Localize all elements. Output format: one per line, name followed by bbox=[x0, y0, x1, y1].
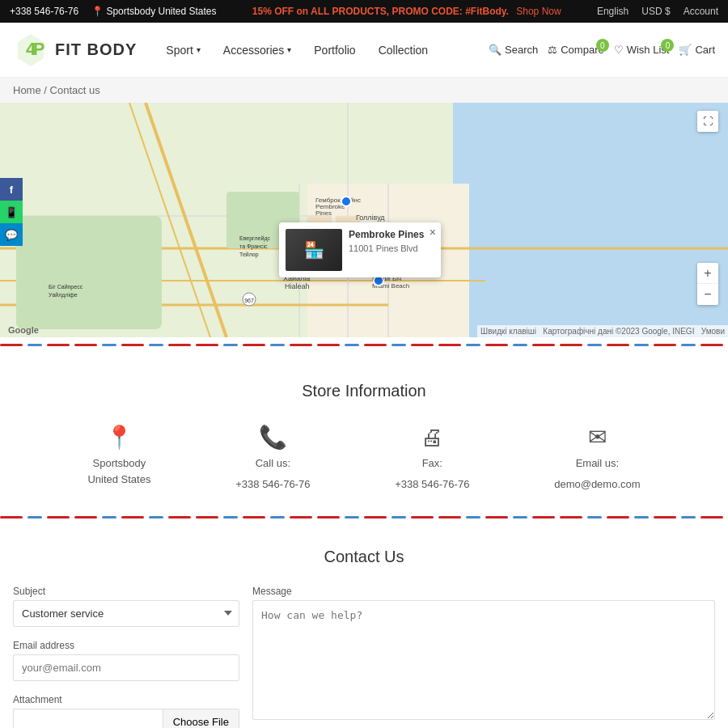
social-sidebar: f 📱 💬 bbox=[0, 178, 23, 246]
wishlist-badge: 0 bbox=[661, 39, 674, 52]
popup-address: 11001 Pines Blvd bbox=[349, 243, 424, 253]
nav-accessories[interactable]: Accessories ▾ bbox=[214, 37, 301, 63]
store-email-label: Email us: bbox=[576, 455, 619, 472]
contact-form-right: Message Send bbox=[252, 586, 715, 729]
expand-icon: ⛶ bbox=[703, 116, 713, 127]
store-phone-value: +338 546-76-76 bbox=[235, 478, 310, 490]
phone-number: +338 546-76-76 bbox=[10, 6, 78, 17]
cart-icon: 🛒 bbox=[679, 44, 692, 56]
search-icon: 🔍 bbox=[489, 44, 502, 56]
store-fax-value: +338 546-76-76 bbox=[395, 478, 469, 490]
email-input[interactable] bbox=[13, 654, 239, 681]
store-card-phone: 📞 Call us: +338 546-76-76 bbox=[235, 426, 310, 490]
store-info-section: Store Information 📍 Sportsbody United St… bbox=[0, 353, 728, 510]
whatsapp-button[interactable]: 📱 bbox=[0, 201, 23, 223]
svg-text:Тейлор: Тейлор bbox=[239, 252, 259, 258]
whatsapp-icon: 📱 bbox=[5, 206, 18, 218]
map-popup: × 🏪 Pembroke Pines 11001 Pines Blvd bbox=[279, 222, 441, 277]
location: 📍 Sportsbody United States bbox=[91, 6, 216, 17]
account-link[interactable]: Account bbox=[684, 6, 718, 17]
map-popup-close[interactable]: × bbox=[430, 226, 436, 239]
svg-text:Еверглейдс: Еверглейдс bbox=[239, 235, 270, 242]
search-button[interactable]: 🔍 Search bbox=[489, 44, 538, 56]
shop-now-link[interactable]: Shop Now bbox=[516, 6, 561, 17]
svg-rect-17 bbox=[16, 216, 162, 329]
top-bar-left: +338 546-76-76 📍 Sportsbody United State… bbox=[10, 6, 217, 17]
store-info-cards: 📍 Sportsbody United States 📞 Call us: +3… bbox=[13, 426, 715, 490]
map-attribution: Швидкі клавіші Картографічні дані ©2023 … bbox=[477, 325, 728, 337]
phone-chat-button[interactable]: 💬 bbox=[0, 223, 23, 246]
subject-group: Subject Customer service Order inquiry T… bbox=[13, 586, 239, 627]
map-popup-info: Pembroke Pines 11001 Pines Blvd bbox=[349, 229, 424, 253]
contact-us-section: Contact Us Subject Customer service Orde… bbox=[0, 525, 728, 729]
store-info-title: Store Information bbox=[13, 382, 715, 400]
logo-icon: 4 P bbox=[13, 32, 49, 68]
subject-select[interactable]: Customer service Order inquiry Technical… bbox=[13, 600, 239, 627]
subject-label: Subject bbox=[13, 586, 239, 597]
svg-text:та Франсіс: та Франсіс bbox=[239, 243, 268, 250]
logo[interactable]: 4 P FIT BODY bbox=[13, 32, 137, 68]
chevron-down-icon: ▾ bbox=[197, 45, 201, 54]
svg-text:Hialeah: Hialeah bbox=[285, 282, 310, 290]
main-nav: Sport ▾ Accessories ▾ Portfolio Collecti… bbox=[156, 37, 489, 63]
compare-icon: ⚖ bbox=[548, 44, 557, 56]
breadcrumb-current: Contact us bbox=[50, 84, 100, 96]
heart-icon: ♡ bbox=[614, 44, 624, 56]
compare-badge: 0 bbox=[596, 39, 609, 52]
phone-icon: 📞 bbox=[259, 426, 287, 449]
svg-point-45 bbox=[341, 197, 351, 206]
popup-title: Pembroke Pines bbox=[349, 229, 424, 240]
choose-file-button[interactable]: Choose File bbox=[163, 709, 239, 729]
fax-icon: 🖨 bbox=[421, 426, 443, 449]
file-input-group: Choose File bbox=[13, 709, 239, 729]
store-image-icon: 🏪 bbox=[304, 240, 324, 260]
currency-selector[interactable]: USD $ bbox=[641, 6, 670, 17]
svg-text:Google: Google bbox=[8, 325, 39, 335]
store-location-name: Sportsbody United States bbox=[87, 455, 150, 487]
svg-text:Біг Сайпресс: Біг Сайпресс bbox=[49, 284, 83, 290]
header: 4 P FIT BODY Sport ▾ Accessories ▾ Portf… bbox=[0, 23, 728, 78]
zoom-out-button[interactable]: − bbox=[697, 284, 718, 305]
svg-text:Pines: Pines bbox=[315, 210, 332, 217]
logo-text: FIT BODY bbox=[55, 40, 137, 59]
nav-collection[interactable]: Collection bbox=[369, 37, 438, 63]
store-call-label: Call us: bbox=[256, 455, 290, 472]
chevron-down-icon: ▾ bbox=[287, 45, 291, 54]
store-card-location: 📍 Sportsbody United States bbox=[87, 426, 150, 487]
top-bar-promo: 15% OFF on ALL PRODUCTS, PROMO CODE: #Fi… bbox=[252, 6, 561, 17]
message-label: Message bbox=[252, 586, 715, 597]
language-selector[interactable]: English bbox=[597, 6, 629, 17]
facebook-button[interactable]: f bbox=[0, 178, 23, 201]
store-card-fax: 🖨 Fax: +338 546-76-76 bbox=[395, 426, 469, 490]
map-expand-button[interactable]: ⛶ bbox=[697, 111, 718, 132]
svg-text:Уайлдліфе: Уайлдліфе bbox=[49, 292, 78, 298]
email-label: Email address bbox=[13, 640, 239, 651]
zoom-in-button[interactable]: + bbox=[697, 263, 718, 284]
cart-button[interactable]: 🛒 Cart bbox=[679, 44, 715, 56]
top-bar: +338 546-76-76 📍 Sportsbody United State… bbox=[0, 0, 728, 23]
contact-form-left: Subject Customer service Order inquiry T… bbox=[13, 586, 239, 729]
location-icon: 📍 bbox=[105, 426, 133, 449]
breadcrumb-home[interactable]: Home bbox=[13, 84, 41, 96]
svg-text:P: P bbox=[33, 39, 45, 59]
message-textarea[interactable] bbox=[252, 600, 715, 720]
attachment-label: Attachment bbox=[13, 694, 239, 705]
contact-form: Subject Customer service Order inquiry T… bbox=[13, 586, 715, 729]
wishlist-button[interactable]: ♡ Wish List 0 bbox=[614, 44, 670, 56]
attachment-group: Attachment Choose File bbox=[13, 694, 239, 729]
store-fax-label: Fax: bbox=[422, 455, 442, 472]
top-bar-right: English USD $ Account bbox=[597, 6, 718, 17]
map-popup-image: 🏪 bbox=[286, 229, 342, 271]
divider-middle bbox=[0, 510, 728, 525]
map-svg: Голлівуд Hollywood Маямі Miami Гемброк П… bbox=[0, 103, 728, 337]
compare-button[interactable]: ⚖ Compare 0 bbox=[548, 44, 603, 56]
nav-sport[interactable]: Sport ▾ bbox=[156, 37, 210, 63]
nav-portfolio[interactable]: Portfolio bbox=[304, 37, 365, 63]
email-group: Email address bbox=[13, 640, 239, 681]
email-icon: ✉ bbox=[588, 426, 607, 449]
divider-top bbox=[0, 337, 728, 353]
svg-text:967: 967 bbox=[244, 298, 254, 303]
phone-chat-icon: 💬 bbox=[5, 229, 18, 241]
message-group: Message bbox=[252, 586, 715, 722]
breadcrumb: Home / Contact us bbox=[0, 78, 728, 103]
